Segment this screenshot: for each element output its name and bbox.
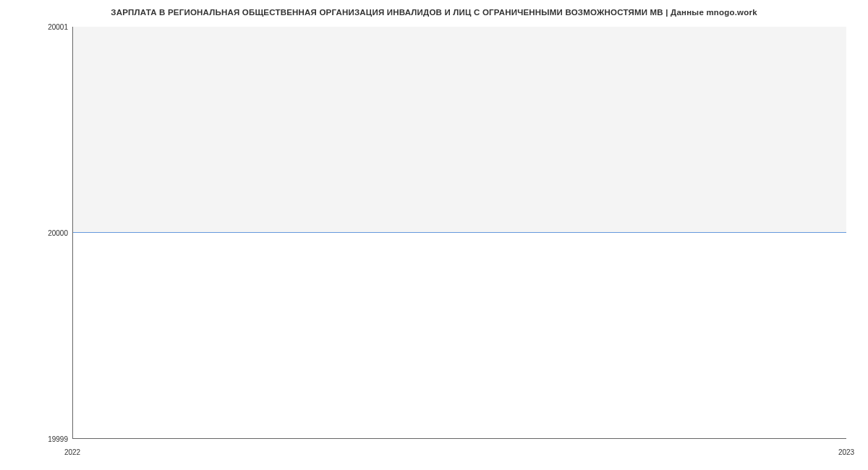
- y-tick-top: 20001: [48, 23, 68, 31]
- y-axis: 20001 20000 19999: [22, 27, 72, 439]
- plot-wrapper: 20001 20000 19999: [22, 27, 846, 439]
- x-axis: 2022 2023: [72, 448, 846, 457]
- y-tick-mid: 20000: [48, 229, 68, 237]
- plot-area: [72, 27, 846, 439]
- area-fill: [73, 27, 846, 233]
- x-tick-right: 2023: [838, 448, 854, 456]
- chart-container: ЗАРПЛАТА В РЕГИОНАЛЬНАЯ ОБЩЕСТВЕННАЯ ОРГ…: [0, 0, 868, 470]
- x-tick-left: 2022: [64, 448, 80, 456]
- chart-title: ЗАРПЛАТА В РЕГИОНАЛЬНАЯ ОБЩЕСТВЕННАЯ ОРГ…: [22, 4, 846, 27]
- y-tick-bottom: 19999: [48, 435, 68, 443]
